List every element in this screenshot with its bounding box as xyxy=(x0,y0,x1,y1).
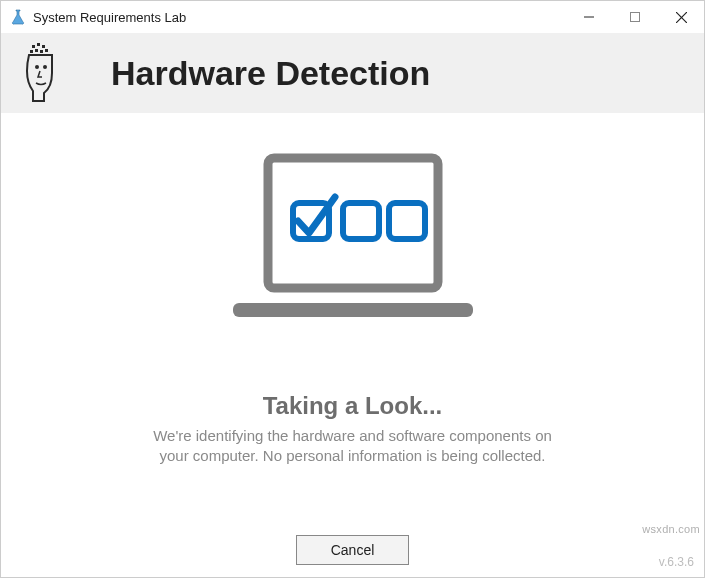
cancel-button[interactable]: Cancel xyxy=(296,535,410,565)
status-line1: We're identifying the hardware and softw… xyxy=(153,427,552,444)
status-title: Taking a Look... xyxy=(1,392,704,420)
svg-rect-9 xyxy=(40,50,43,53)
maximize-button[interactable] xyxy=(612,1,658,33)
titlebar: System Requirements Lab xyxy=(1,1,704,33)
svg-rect-8 xyxy=(35,49,38,52)
svg-rect-14 xyxy=(233,303,473,317)
laptop-check-icon xyxy=(223,153,483,327)
minimize-button[interactable] xyxy=(566,1,612,33)
svg-rect-6 xyxy=(42,45,45,48)
svg-rect-17 xyxy=(389,203,425,239)
svg-point-11 xyxy=(35,65,39,69)
page-heading: Hardware Detection xyxy=(111,54,430,93)
svg-rect-1 xyxy=(631,13,640,22)
svg-rect-7 xyxy=(30,50,33,53)
window-controls xyxy=(566,1,704,33)
header: Hardware Detection xyxy=(1,33,704,113)
footer: Cancel xyxy=(1,535,704,565)
svg-rect-5 xyxy=(37,43,40,46)
status-line2: your computer. No personal information i… xyxy=(159,447,545,464)
window-title: System Requirements Lab xyxy=(33,10,566,25)
close-button[interactable] xyxy=(658,1,704,33)
main-content: Taking a Look... We're identifying the h… xyxy=(1,113,704,467)
watermark: wsxdn.com xyxy=(642,523,700,535)
brand-face-icon xyxy=(21,43,61,103)
svg-rect-4 xyxy=(32,45,35,48)
version-label: v.6.3.6 xyxy=(659,555,694,569)
svg-point-12 xyxy=(43,65,47,69)
svg-rect-10 xyxy=(45,49,48,52)
status-description: We're identifying the hardware and softw… xyxy=(1,426,704,467)
app-flask-icon xyxy=(9,8,27,26)
svg-rect-16 xyxy=(343,203,379,239)
